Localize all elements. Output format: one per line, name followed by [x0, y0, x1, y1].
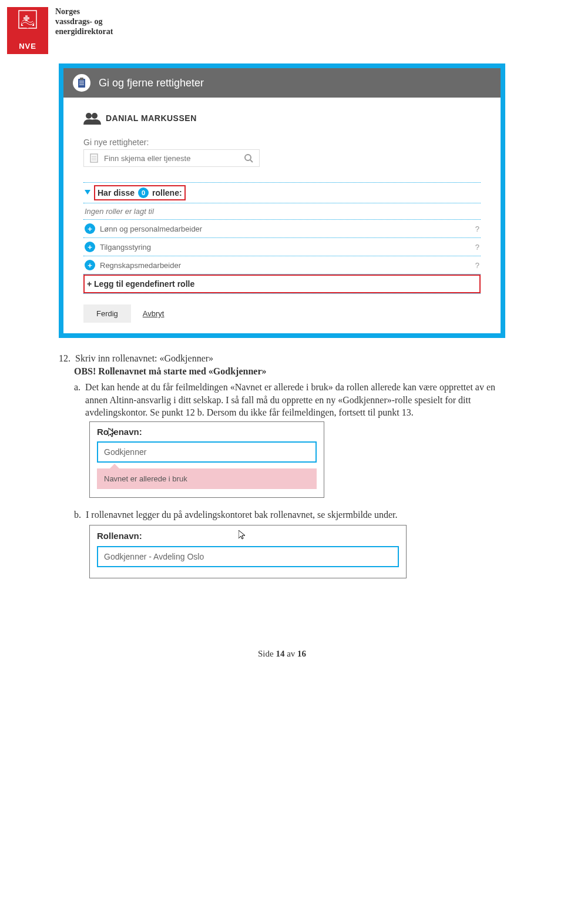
- org-line3: energidirektorat: [55, 27, 113, 37]
- role-item[interactable]: +Tilgangsstyring ?: [83, 238, 481, 256]
- help-icon[interactable]: ?: [475, 225, 479, 233]
- rolename-label-3: Rollenavn:: [97, 530, 399, 541]
- obs-note: OBS! Rollenavnet må starte med «Godkjenn…: [74, 365, 505, 378]
- has-roles-suffix: rollene:: [152, 188, 182, 197]
- give-rights-label: Gi nye rettigheter:: [83, 138, 481, 147]
- step-12: 12. Skriv inn rollenavnet: «Godkjenner» …: [59, 352, 505, 419]
- search-input[interactable]: [104, 154, 238, 163]
- svg-point-13: [245, 155, 251, 160]
- has-roles-prefix: Har disse: [98, 188, 135, 197]
- svg-rect-3: [80, 78, 83, 80]
- sub-a-text: Det kan hende at du får feilmeldingen «N…: [85, 381, 505, 419]
- svg-line-14: [250, 160, 253, 162]
- footer-mid: av: [284, 649, 297, 658]
- rolename-input-dept[interactable]: Godkjenner - Avdeling Oslo: [97, 546, 399, 567]
- logo-text: NVE: [19, 42, 36, 51]
- dialog-title: Gi og fjerne rettigheter: [99, 77, 204, 89]
- add-custom-highlight: + Legg til egendefinert rolle: [83, 274, 481, 293]
- add-custom-role[interactable]: + Legg til egendefinert rolle: [85, 276, 479, 292]
- clipboard-icon: [73, 74, 90, 92]
- role-item[interactable]: +Regnskapsmedarbeider ?: [83, 256, 481, 274]
- user-row: DANIAL MARKUSSEN: [83, 112, 481, 125]
- svg-point-8: [92, 113, 98, 119]
- nve-logo: NVE: [7, 7, 48, 54]
- org-name: Norges vassdrags- og energidirektorat: [55, 7, 113, 36]
- has-roles-row[interactable]: Har disse 0 rollene:: [83, 183, 481, 203]
- error-message: Navnet er allerede i bruk: [97, 468, 317, 489]
- user-name: DANIAL MARKUSSEN: [106, 113, 197, 123]
- svg-marker-15: [85, 190, 90, 195]
- role-label: Lønn og personalmedarbeider: [100, 225, 202, 233]
- role-count-badge: 0: [138, 188, 149, 198]
- org-line2: vassdrags- og: [55, 17, 113, 27]
- plus-icon[interactable]: +: [85, 242, 95, 252]
- no-roles-text: Ingen roller er lagt til: [83, 203, 481, 219]
- rights-dialog: Gi og fjerne rettigheter DANIAL MARKUSSE…: [59, 63, 505, 338]
- org-line1: Norges: [55, 7, 113, 17]
- svg-point-7: [86, 113, 92, 119]
- role-label: Tilgangsstyring: [100, 243, 151, 252]
- role-item[interactable]: +Lønn og personalmedarbeider ?: [83, 220, 481, 237]
- sub-b-label: b.: [74, 508, 81, 521]
- people-icon: [83, 112, 101, 125]
- search-service-row[interactable]: [83, 149, 260, 167]
- help-icon[interactable]: ?: [475, 261, 479, 270]
- footer-total: 16: [297, 649, 306, 658]
- done-button[interactable]: Ferdig: [83, 304, 131, 323]
- rolename-input[interactable]: Godkjenner: [97, 441, 317, 463]
- rolename-label: Rollenavn:: [97, 427, 317, 437]
- triangle-down-icon: [85, 190, 90, 196]
- sub-b-text: I rollenavnet legger du på avdelingskont…: [86, 508, 398, 521]
- search-icon[interactable]: [244, 153, 253, 163]
- document-icon: [90, 153, 98, 163]
- cursor-icon: [239, 530, 246, 540]
- has-roles-highlight: Har disse 0 rollene:: [94, 185, 186, 200]
- step-number: 12.: [59, 352, 70, 365]
- plus-icon[interactable]: +: [85, 260, 95, 270]
- role-label: Regnskapsmedarbeider: [100, 261, 181, 270]
- step-12b: b. I rollenavnet legger du på avdelingsk…: [59, 508, 505, 521]
- help-icon[interactable]: ?: [475, 243, 479, 252]
- rolename-error-screenshot: Rollenavn: Godkjenner Navnet er allerede…: [89, 421, 324, 498]
- page-footer: Side 14 av 16: [0, 649, 564, 659]
- plus-icon[interactable]: +: [85, 223, 95, 234]
- step-text: Skriv inn rollenavnet: «Godkjenner»: [75, 352, 213, 365]
- crest-icon: [18, 9, 38, 35]
- dialog-title-bar: Gi og fjerne rettigheter: [63, 68, 501, 98]
- footer-prefix: Side: [258, 649, 276, 658]
- footer-page: 14: [276, 649, 284, 658]
- page-header: NVE Norges vassdrags- og energidirektora…: [0, 0, 564, 58]
- sub-a-label: a.: [74, 381, 80, 419]
- rolename-dept-screenshot: Rollenavn: Godkjenner - Avdeling Oslo: [89, 525, 407, 578]
- cancel-button[interactable]: Avbryt: [143, 304, 164, 323]
- cursor-icon: [108, 428, 115, 437]
